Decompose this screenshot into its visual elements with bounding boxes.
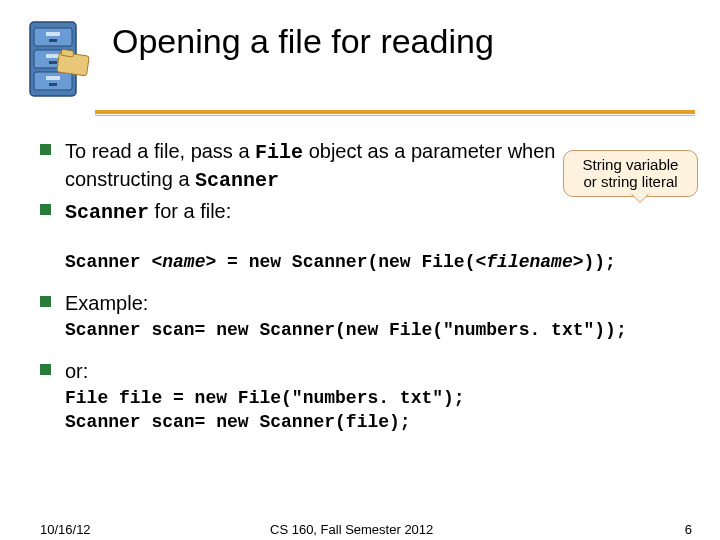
code-frag: Scanner [195, 169, 279, 192]
example-code: Scanner scan= new Scanner(new File("numb… [65, 320, 700, 340]
svg-rect-3 [49, 39, 57, 42]
footer-date: 10/16/12 [40, 522, 91, 537]
slide-title: Opening a file for reading [112, 22, 494, 61]
bullet-marker [40, 296, 51, 307]
text-frag: for a file: [149, 200, 231, 222]
bullet-3: Example: [40, 290, 700, 316]
footer-pagenum: 6 [685, 522, 692, 537]
svg-rect-8 [46, 76, 60, 80]
code-frag: )); [584, 252, 616, 272]
slide-body: To read a file, pass a File object as a … [40, 138, 700, 450]
bullet-marker [40, 204, 51, 215]
or-code-1: File file = new File("numbers. txt"); [65, 388, 700, 408]
bullet-4-text: or: [65, 358, 88, 384]
syntax-line: Scanner <name> = new Scanner(new File(<f… [65, 232, 700, 272]
or-code-2: Scanner scan= new Scanner(file); [65, 412, 700, 432]
code-frag: Scanner [65, 252, 151, 272]
bullet-1: To read a file, pass a File object as a … [40, 138, 700, 194]
title-underline [95, 110, 695, 116]
bullet-marker [40, 364, 51, 375]
bullet-2: Scanner for a file: [40, 198, 700, 226]
svg-rect-11 [61, 49, 74, 57]
bullet-3-text: Example: [65, 290, 148, 316]
text-frag: To read a file, pass a [65, 140, 255, 162]
footer-course: CS 160, Fall Semester 2012 [270, 522, 433, 537]
svg-rect-7 [34, 72, 72, 90]
svg-rect-9 [49, 83, 57, 86]
file-cabinet-icon [22, 18, 92, 103]
bullet-2-text: Scanner for a file: [65, 198, 231, 226]
svg-rect-2 [46, 32, 60, 36]
code-frag: = new Scanner(new File( [216, 252, 475, 272]
svg-rect-5 [46, 54, 60, 58]
code-frag: File [255, 141, 303, 164]
code-placeholder: <name> [151, 252, 216, 272]
svg-rect-1 [34, 28, 72, 46]
bullet-4: or: [40, 358, 700, 384]
bullet-marker [40, 144, 51, 155]
code-placeholder: <filename> [475, 252, 583, 272]
bullet-1-text: To read a file, pass a File object as a … [65, 138, 605, 194]
svg-rect-6 [49, 61, 57, 64]
code-frag: Scanner [65, 201, 149, 224]
